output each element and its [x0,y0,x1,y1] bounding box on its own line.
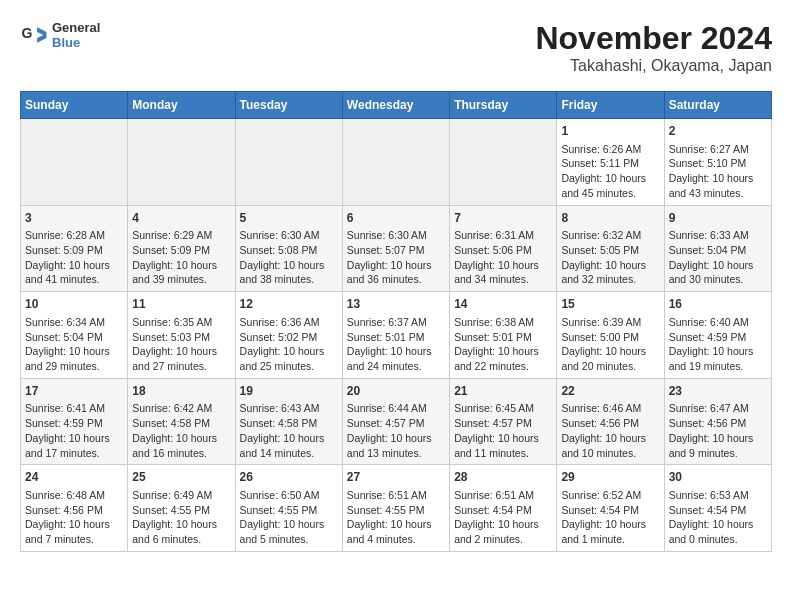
day-info: Daylight: 10 hours and 41 minutes. [25,258,123,287]
week-row-4: 24Sunrise: 6:48 AMSunset: 4:56 PMDayligh… [21,465,772,552]
day-number: 12 [240,296,338,313]
header-monday: Monday [128,92,235,119]
day-info: Daylight: 10 hours and 25 minutes. [240,344,338,373]
svg-text:G: G [22,25,33,41]
day-number: 9 [669,210,767,227]
calendar-cell: 23Sunrise: 6:47 AMSunset: 4:56 PMDayligh… [664,378,771,465]
calendar-cell: 15Sunrise: 6:39 AMSunset: 5:00 PMDayligh… [557,292,664,379]
day-info: Sunrise: 6:41 AM [25,401,123,416]
day-number: 17 [25,383,123,400]
day-number: 22 [561,383,659,400]
header-saturday: Saturday [664,92,771,119]
day-info: Daylight: 10 hours and 4 minutes. [347,517,445,546]
day-info: Sunset: 5:09 PM [132,243,230,258]
day-number: 19 [240,383,338,400]
day-info: Daylight: 10 hours and 19 minutes. [669,344,767,373]
header-tuesday: Tuesday [235,92,342,119]
day-info: Daylight: 10 hours and 9 minutes. [669,431,767,460]
day-number: 1 [561,123,659,140]
day-info: Daylight: 10 hours and 38 minutes. [240,258,338,287]
calendar-cell: 30Sunrise: 6:53 AMSunset: 4:54 PMDayligh… [664,465,771,552]
day-info: Sunrise: 6:26 AM [561,142,659,157]
day-info: Sunset: 5:02 PM [240,330,338,345]
logo: G General Blue [20,20,100,50]
calendar-cell: 13Sunrise: 6:37 AMSunset: 5:01 PMDayligh… [342,292,449,379]
day-info: Sunrise: 6:31 AM [454,228,552,243]
day-number: 10 [25,296,123,313]
day-number: 11 [132,296,230,313]
day-info: Sunrise: 6:35 AM [132,315,230,330]
day-number: 20 [347,383,445,400]
day-info: Sunset: 4:57 PM [347,416,445,431]
calendar-cell [450,119,557,206]
day-info: Sunrise: 6:37 AM [347,315,445,330]
day-info: Daylight: 10 hours and 1 minute. [561,517,659,546]
day-info: Daylight: 10 hours and 30 minutes. [669,258,767,287]
day-info: Sunset: 5:07 PM [347,243,445,258]
day-info: Daylight: 10 hours and 5 minutes. [240,517,338,546]
logo-line2: Blue [52,35,100,50]
day-info: Daylight: 10 hours and 2 minutes. [454,517,552,546]
day-number: 8 [561,210,659,227]
day-info: Daylight: 10 hours and 10 minutes. [561,431,659,460]
day-info: Daylight: 10 hours and 27 minutes. [132,344,230,373]
calendar-cell: 16Sunrise: 6:40 AMSunset: 4:59 PMDayligh… [664,292,771,379]
day-info: Sunrise: 6:47 AM [669,401,767,416]
day-info: Sunrise: 6:51 AM [454,488,552,503]
day-number: 5 [240,210,338,227]
day-number: 24 [25,469,123,486]
day-info: Sunrise: 6:27 AM [669,142,767,157]
day-info: Sunrise: 6:39 AM [561,315,659,330]
day-info: Sunset: 4:55 PM [132,503,230,518]
day-info: Sunset: 5:01 PM [454,330,552,345]
calendar-cell: 26Sunrise: 6:50 AMSunset: 4:55 PMDayligh… [235,465,342,552]
day-info: Daylight: 10 hours and 7 minutes. [25,517,123,546]
calendar-cell: 2Sunrise: 6:27 AMSunset: 5:10 PMDaylight… [664,119,771,206]
day-info: Sunrise: 6:44 AM [347,401,445,416]
day-number: 13 [347,296,445,313]
day-info: Sunrise: 6:43 AM [240,401,338,416]
calendar-cell [235,119,342,206]
title-block: November 2024 Takahashi, Okayama, Japan [535,20,772,75]
logo-icon: G [20,21,48,49]
calendar-table: SundayMondayTuesdayWednesdayThursdayFrid… [20,91,772,552]
calendar-cell: 1Sunrise: 6:26 AMSunset: 5:11 PMDaylight… [557,119,664,206]
day-info: Daylight: 10 hours and 11 minutes. [454,431,552,460]
calendar-cell: 17Sunrise: 6:41 AMSunset: 4:59 PMDayligh… [21,378,128,465]
day-info: Sunset: 4:54 PM [561,503,659,518]
calendar-cell: 6Sunrise: 6:30 AMSunset: 5:07 PMDaylight… [342,205,449,292]
day-number: 16 [669,296,767,313]
calendar-cell: 22Sunrise: 6:46 AMSunset: 4:56 PMDayligh… [557,378,664,465]
day-number: 2 [669,123,767,140]
calendar-cell: 21Sunrise: 6:45 AMSunset: 4:57 PMDayligh… [450,378,557,465]
day-info: Sunset: 4:56 PM [669,416,767,431]
day-info: Sunrise: 6:28 AM [25,228,123,243]
day-info: Sunrise: 6:40 AM [669,315,767,330]
header-sunday: Sunday [21,92,128,119]
day-info: Sunrise: 6:49 AM [132,488,230,503]
day-info: Daylight: 10 hours and 32 minutes. [561,258,659,287]
day-number: 3 [25,210,123,227]
day-number: 30 [669,469,767,486]
location-subtitle: Takahashi, Okayama, Japan [535,57,772,75]
day-info: Sunrise: 6:30 AM [347,228,445,243]
header-friday: Friday [557,92,664,119]
calendar-cell: 19Sunrise: 6:43 AMSunset: 4:58 PMDayligh… [235,378,342,465]
calendar-cell [128,119,235,206]
day-info: Sunrise: 6:29 AM [132,228,230,243]
header: G General Blue November 2024 Takahashi, … [20,20,772,75]
week-row-1: 3Sunrise: 6:28 AMSunset: 5:09 PMDaylight… [21,205,772,292]
calendar-header: SundayMondayTuesdayWednesdayThursdayFrid… [21,92,772,119]
day-info: Sunrise: 6:42 AM [132,401,230,416]
calendar-cell: 24Sunrise: 6:48 AMSunset: 4:56 PMDayligh… [21,465,128,552]
header-wednesday: Wednesday [342,92,449,119]
day-info: Sunset: 4:58 PM [240,416,338,431]
calendar-cell: 10Sunrise: 6:34 AMSunset: 5:04 PMDayligh… [21,292,128,379]
day-info: Daylight: 10 hours and 39 minutes. [132,258,230,287]
day-info: Sunrise: 6:36 AM [240,315,338,330]
calendar-cell: 12Sunrise: 6:36 AMSunset: 5:02 PMDayligh… [235,292,342,379]
week-row-3: 17Sunrise: 6:41 AMSunset: 4:59 PMDayligh… [21,378,772,465]
day-number: 23 [669,383,767,400]
day-info: Sunset: 5:08 PM [240,243,338,258]
day-info: Sunset: 4:54 PM [454,503,552,518]
